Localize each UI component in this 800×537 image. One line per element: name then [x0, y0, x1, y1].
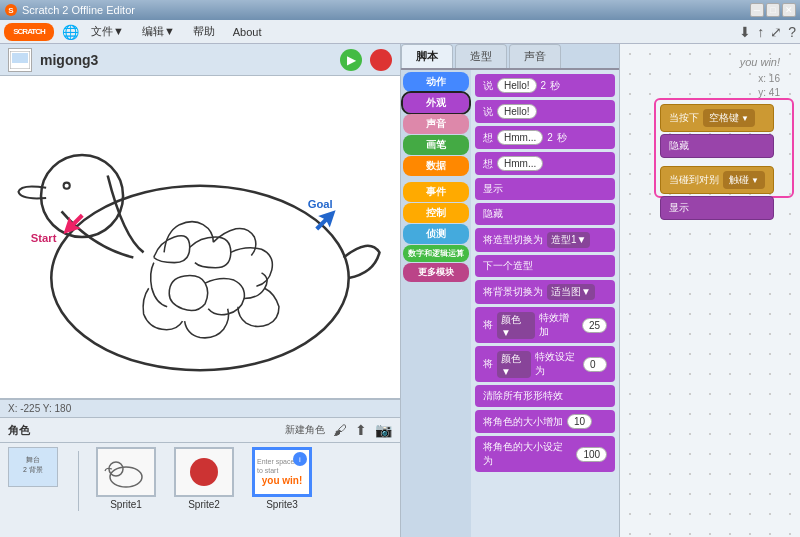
blocks-panel: 说 Hello! 2 秒 说 Hello! 想 Hmm... 2 [471, 70, 619, 537]
about-menu[interactable]: About [225, 24, 270, 40]
window-controls: ─ □ ✕ [750, 3, 796, 17]
block-set-color[interactable]: 将 颜色▼ 特效设定为 0 [475, 346, 615, 382]
sprites-list: 舞台 2 背景 [0, 443, 400, 537]
svg-point-8 [65, 184, 69, 188]
sprite3-thumb: i Enter spacebar to start you win! [252, 447, 312, 497]
tab-costumes[interactable]: 造型 [455, 44, 507, 68]
fullscreen-icon[interactable]: ⤢ [770, 24, 782, 40]
download-icon[interactable]: ⬇ [739, 24, 751, 40]
tab-scripts[interactable]: 脚本 [401, 44, 453, 68]
close-button[interactable]: ✕ [782, 3, 796, 17]
stage-sprite-thumb: 舞台 2 背景 [8, 447, 58, 487]
menubar: SCRATCH 🌐 文件▼ 编辑▼ 帮助 About ⬇ ↑ ⤢ ? [0, 20, 800, 44]
right-panel: you win! x: 16 y: 41 当按下 空格键▼ [620, 44, 800, 537]
block-next-costume[interactable]: 下一个造型 [475, 255, 615, 277]
camera-sprite-icon[interactable]: 📷 [375, 422, 392, 438]
left-panel: migong3 ▶ [0, 44, 400, 537]
titlebar-title: Scratch 2 Offline Editor [22, 4, 135, 16]
sprite2-label: Sprite2 [188, 499, 220, 510]
edit-menu[interactable]: 编辑▼ [134, 22, 183, 41]
sprite2-thumb [174, 447, 234, 497]
block-change-color[interactable]: 将 颜色▼ 特效增加 25 [475, 307, 615, 343]
sprites-panel: 角色 新建角色 🖌 ⬆ 📷 舞台 2 背景 [0, 417, 400, 537]
script-block-when-key[interactable]: 当按下 空格键▼ [660, 104, 774, 132]
block-think-hmm-2s[interactable]: 想 Hmm... 2 秒 [475, 126, 615, 149]
cat-control-btn[interactable]: 控制 [403, 203, 469, 223]
script-block-show-label: 显示 [669, 201, 689, 215]
minimize-button[interactable]: ─ [750, 3, 764, 17]
file-menu[interactable]: 文件▼ [83, 22, 132, 41]
stage-sprite-item[interactable]: 舞台 2 背景 [8, 447, 58, 487]
block-switch-backdrop[interactable]: 将背景切换为 适当图▼ [475, 280, 615, 304]
script-block-group: 当按下 空格键▼ 隐藏 当碰到对别 触碰▼ [660, 104, 774, 220]
stop-button[interactable] [370, 49, 392, 71]
cat-sensing-btn[interactable]: 侦测 [403, 224, 469, 244]
svg-point-20 [190, 458, 218, 486]
script-block-hide-label: 隐藏 [669, 139, 689, 153]
help-icon[interactable]: ? [788, 24, 796, 40]
tabs: 脚本 造型 声音 [401, 44, 619, 70]
block-say-hello[interactable]: 说 Hello! [475, 100, 615, 123]
svg-text:2 背景: 2 背景 [23, 466, 43, 474]
script-block-touching-dropdown[interactable]: 触碰▼ [723, 171, 765, 189]
block-switch-costume[interactable]: 将造型切换为 造型1▼ [475, 228, 615, 252]
new-sprite-label: 新建角色 [285, 423, 325, 437]
svg-text:Start: Start [31, 232, 57, 244]
svg-text:S: S [8, 6, 14, 15]
cat-motion-btn[interactable]: 动作 [403, 72, 469, 92]
help-menu[interactable]: 帮助 [185, 22, 223, 41]
xy-coords: x: 16 y: 41 [758, 72, 780, 100]
cat-events-btn[interactable]: 事件 [403, 182, 469, 202]
cat-looks-btn[interactable]: 外观 [403, 93, 469, 113]
block-palette-area: 动作 外观 声音 画笔 数据 事件 控制 侦测 数字和逻辑运算 更多模块 [401, 70, 619, 537]
script-block-when-label: 当按下 [669, 111, 699, 125]
block-think-hmm[interactable]: 想 Hmm... [475, 152, 615, 175]
svg-text:舞台: 舞台 [26, 456, 40, 463]
content-area: migong3 ▶ [0, 44, 800, 537]
script-block-when-touching[interactable]: 当碰到对别 触碰▼ [660, 166, 774, 194]
cat-pen-btn[interactable]: 画笔 [403, 135, 469, 155]
block-change-size[interactable]: 将角色的大小增加 10 [475, 410, 615, 433]
script-area[interactable]: you win! x: 16 y: 41 当按下 空格键▼ [620, 44, 800, 537]
toolbar-right: ⬇ ↑ ⤢ ? [739, 24, 796, 40]
script-block-hide[interactable]: 隐藏 [660, 134, 774, 158]
block-say-hello-2s[interactable]: 说 Hello! 2 秒 [475, 74, 615, 97]
block-clear-effects[interactable]: 清除所有形形特效 [475, 385, 615, 407]
cat-operator-btn[interactable]: 数字和逻辑运算 [403, 245, 469, 262]
sprite1-label: Sprite1 [110, 499, 142, 510]
paint-sprite-icon[interactable]: 🖌 [333, 422, 347, 438]
stage-icon [8, 48, 32, 72]
tab-sounds[interactable]: 声音 [509, 44, 561, 68]
script-block-show[interactable]: 显示 [660, 196, 774, 220]
stage-canvas: Start Goal [0, 76, 400, 399]
sprites-header: 角色 新建角色 🖌 ⬆ 📷 [0, 418, 400, 443]
upload-icon[interactable]: ↑ [757, 24, 764, 40]
middle-panel: 脚本 造型 声音 动作 外观 声音 画笔 数据 事件 控制 侦测 数字和逻辑运算 [400, 44, 620, 537]
block-hide[interactable]: 隐藏 [475, 203, 615, 225]
you-win-text: you win! [740, 56, 780, 68]
globe-icon[interactable]: 🌐 [62, 24, 79, 40]
you-win-sprite-text: you win! [262, 475, 303, 486]
block-show[interactable]: 显示 [475, 178, 615, 200]
stage-header: migong3 ▶ [0, 44, 400, 76]
svg-rect-16 [98, 449, 154, 495]
block-set-size[interactable]: 将角色的大小设定为 100 [475, 436, 615, 472]
titlebar: S Scratch 2 Offline Editor ─ □ ✕ [0, 0, 800, 20]
sprite1-thumb [96, 447, 156, 497]
script-block-key-dropdown[interactable]: 空格键▼ [703, 109, 755, 127]
cat-data-btn[interactable]: 数据 [403, 156, 469, 176]
svg-rect-3 [12, 53, 28, 63]
cat-sound-btn[interactable]: 声音 [403, 114, 469, 134]
maximize-button[interactable]: □ [766, 3, 780, 17]
sprite3-item[interactable]: i Enter spacebar to start you win! Sprit… [247, 447, 317, 510]
sprite2-item[interactable]: Sprite2 [169, 447, 239, 510]
categories-panel: 动作 外观 声音 画笔 数据 事件 控制 侦测 数字和逻辑运算 更多模块 [401, 70, 471, 537]
green-flag-button[interactable]: ▶ [340, 49, 362, 71]
sprites-label: 角色 [8, 423, 277, 438]
sprite-name: migong3 [40, 52, 332, 68]
cat-more-btn[interactable]: 更多模块 [403, 263, 469, 282]
sprite3-label: Sprite3 [266, 499, 298, 510]
sprite1-item[interactable]: Sprite1 [91, 447, 161, 510]
main-area: migong3 ▶ [0, 44, 800, 537]
upload-sprite-icon[interactable]: ⬆ [355, 422, 367, 438]
